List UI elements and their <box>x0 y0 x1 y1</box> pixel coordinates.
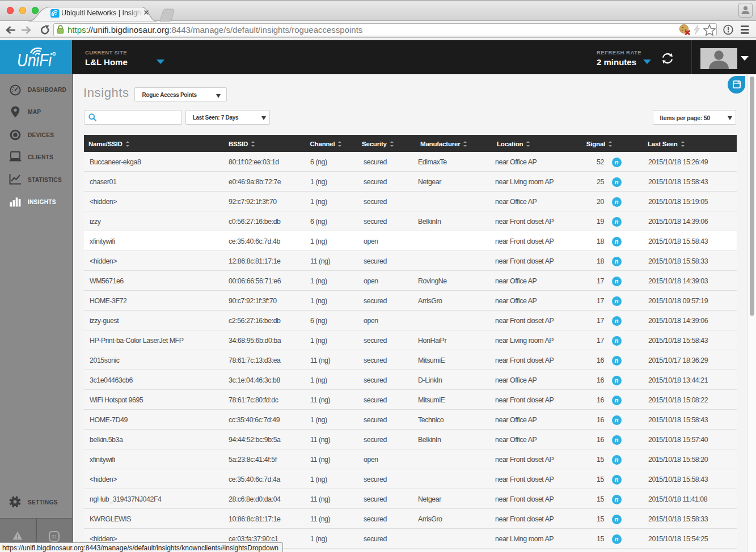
svg-text:31: 31 <box>52 533 57 539</box>
svg-text:UniFi: UniFi <box>17 50 52 70</box>
